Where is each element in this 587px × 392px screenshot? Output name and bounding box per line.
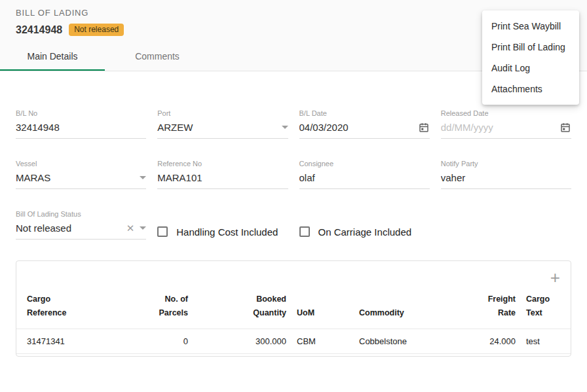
menu-item-print-sea-waybill[interactable]: Print Sea Waybill — [482, 16, 579, 37]
bl-status-field: Bill Of Lading Status Not released ✕ — [16, 210, 146, 240]
chevron-down-icon[interactable] — [140, 176, 146, 179]
cell-cargo-reference: 31471341 — [16, 329, 131, 354]
released-date-field: Released Date dd/MM/yyyy — [441, 109, 571, 139]
tab-comments[interactable]: Comments — [105, 41, 210, 71]
bl-date-value: 04/03/2020 — [299, 122, 414, 133]
bl-status-value: Not released — [16, 223, 123, 234]
released-date-label: Released Date — [441, 109, 571, 117]
vessel-select[interactable]: MARAS — [16, 171, 146, 189]
col-freight-rate: Freight Rate — [452, 283, 521, 329]
document-number: 32414948 — [16, 24, 62, 36]
menu-item-print-bill-of-lading[interactable]: Print Bill of Lading — [482, 37, 579, 58]
tab-main-details[interactable]: Main Details — [0, 41, 105, 71]
handling-cost-checkbox[interactable]: Handling Cost Included — [157, 224, 288, 240]
checkbox-icon — [157, 226, 168, 237]
col-booked-quantity: Booked Quantity — [193, 283, 292, 329]
menu-item-attachments[interactable]: Attachments — [482, 79, 579, 99]
table-row[interactable]: 31471341 0 300.000 CBM Cobbelstone 24.00… — [16, 329, 571, 354]
calendar-icon[interactable] — [559, 122, 571, 134]
col-cargo-reference: Cargo Reference — [16, 283, 131, 329]
cell-booked-quantity: 300.000 — [193, 329, 292, 354]
consignee-field: Consignee olaf — [299, 160, 430, 189]
bl-no-value: 32414948 — [16, 122, 146, 133]
cargo-card: + Cargo Reference No. of Parcels Booked … — [16, 260, 571, 357]
reference-no-label: Reference No — [157, 160, 288, 168]
context-menu: Print Sea Waybill Print Bill of Lading A… — [482, 10, 579, 105]
cell-commodity: Cobbelstone — [354, 329, 452, 354]
cell-freight-rate: 24.000 — [452, 329, 521, 354]
chevron-down-icon[interactable] — [140, 226, 146, 230]
bl-date-field: B/L Date 04/03/2020 — [299, 109, 430, 139]
reference-no-input[interactable]: MARA101 — [157, 171, 288, 189]
bl-status-select[interactable]: Not released ✕ — [16, 222, 146, 240]
on-carriage-checkbox[interactable]: On Carriage Included — [299, 224, 430, 240]
port-label: Port — [157, 109, 288, 117]
bl-date-input[interactable]: 04/03/2020 — [299, 121, 430, 139]
on-carriage-label: On Carriage Included — [318, 226, 412, 238]
bl-date-label: B/L Date — [299, 109, 430, 117]
cell-no-of-parcels: 0 — [131, 329, 193, 354]
vessel-value: MARAS — [16, 172, 136, 183]
consignee-value: olaf — [299, 172, 430, 183]
reference-no-value: MARA101 — [157, 172, 288, 183]
reference-no-field: Reference No MARA101 — [157, 160, 288, 189]
cargo-table: Cargo Reference No. of Parcels Booked Qu… — [16, 283, 571, 354]
released-date-input[interactable]: dd/MM/yyyy — [441, 121, 571, 139]
col-commodity: Commodity — [354, 283, 452, 329]
cell-cargo-text: test — [521, 329, 571, 354]
checkbox-icon — [299, 226, 310, 237]
calendar-icon[interactable] — [418, 122, 430, 134]
menu-item-audit-log[interactable]: Audit Log — [482, 58, 579, 79]
vessel-field: Vessel MARAS — [16, 160, 146, 189]
bl-no-input[interactable]: 32414948 — [16, 121, 146, 139]
consignee-label: Consignee — [299, 160, 430, 168]
released-date-placeholder: dd/MM/yyyy — [441, 122, 556, 133]
handling-cost-label: Handling Cost Included — [176, 226, 278, 238]
col-uom: UoM — [292, 283, 354, 329]
consignee-input[interactable]: olaf — [299, 171, 430, 189]
bl-no-label: B/L No — [16, 109, 146, 117]
notify-party-input[interactable]: vaher — [441, 171, 571, 189]
cell-uom: CBM — [292, 329, 354, 354]
bl-no-field: B/L No 32414948 — [16, 109, 146, 139]
chevron-down-icon[interactable] — [282, 126, 288, 129]
add-cargo-line-button[interactable]: + — [550, 272, 560, 283]
notify-party-label: Notify Party — [441, 160, 571, 168]
col-cargo-text: Cargo Text — [521, 283, 571, 329]
vessel-label: Vessel — [16, 160, 146, 168]
bl-status-label: Bill Of Lading Status — [16, 210, 146, 218]
port-field: Port ARZEW — [157, 109, 288, 139]
notify-party-value: vaher — [441, 172, 571, 183]
status-badge: Not released — [69, 24, 124, 36]
notify-party-field: Notify Party vaher — [441, 160, 571, 189]
table-header-row: Cargo Reference No. of Parcels Booked Qu… — [16, 283, 571, 329]
port-select[interactable]: ARZEW — [157, 121, 288, 139]
port-value: ARZEW — [157, 122, 277, 133]
clear-icon[interactable]: ✕ — [126, 223, 135, 233]
col-no-of-parcels: No. of Parcels — [131, 283, 193, 329]
